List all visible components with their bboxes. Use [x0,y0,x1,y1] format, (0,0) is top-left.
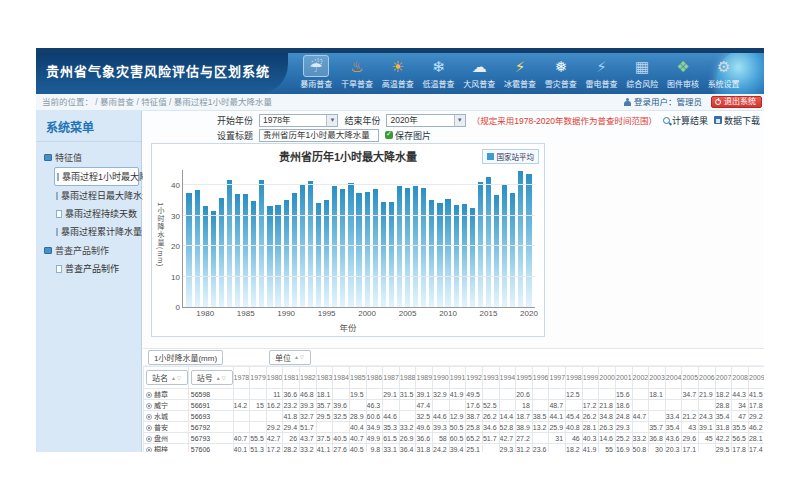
station-id-header-chip[interactable]: 站号▲▽ [191,370,233,385]
gridline [183,276,535,277]
nav-item-干旱普查[interactable]: ♨干旱普查 [337,55,378,93]
table-row-赫章[interactable]: 赫章565981136.646.818.119.529.131.539.132.… [144,389,765,400]
year-header-1990[interactable]: 1990 [433,367,450,389]
year-header-1994[interactable]: 1994 [499,367,516,389]
logout-label: 退出系统 [724,97,756,107]
save-image-button[interactable]: 保存图片 [385,129,431,142]
sidebar-group-普查产品制作[interactable]: 普查产品制作 [42,241,139,259]
table-row-威宁[interactable]: 威宁5669114.21516.223.239.335.739.646.347.… [144,400,765,411]
year-header-2003[interactable]: 2003 [649,367,666,389]
sidebar-item-暴雨过程累计降水量[interactable]: 暴雨过程累计降水量 [54,223,139,240]
value-cell-赫章-1979 [250,389,267,400]
year-header-1988[interactable]: 1988 [399,367,416,389]
station-name-cell[interactable]: 盘州 [144,433,189,444]
nav-item-冰雹普查[interactable]: ⚡冰雹普查 [500,55,541,93]
year-header-1982[interactable]: 1982 [300,367,317,389]
year-header-1981[interactable]: 1981 [283,367,300,389]
station-name-cell[interactable]: 威宁 [144,400,189,411]
unit-field-chip[interactable]: 单位 ▲▽ [269,350,311,365]
station-name-cell[interactable]: 赫章 [144,389,189,400]
breadcrumb-bar: 当前的位置： / 暴雨普查 / 特征值 / 暴雨过程1小时最大降水量 登录用户：… [36,94,764,111]
value-cell-桐梓-2002: 50.8 [632,444,649,453]
sidebar-group-特征值[interactable]: 特征值 [42,148,139,166]
nav-item-低温普查[interactable]: ❄低温普查 [418,55,459,93]
end-year-select[interactable]: 2020年 ▼ [386,114,465,127]
year-header-2005[interactable]: 2005 [682,367,699,389]
radio-icon[interactable] [146,425,152,431]
station-name-cell[interactable]: 桐梓 [144,444,189,453]
year-header-2001[interactable]: 2001 [615,367,632,389]
radio-icon[interactable] [146,414,152,420]
station-name-cell[interactable]: 普安 [144,422,189,433]
nav-item-综合风险[interactable]: ▦综合风险 [622,55,663,93]
value-cell-赫章-1992: 49.5 [466,389,483,400]
sort-filter-icon[interactable]: ▲▽ [171,375,182,381]
value-cell-赫章-1998: 12.5 [566,389,583,400]
bar-slot-2016 [493,170,501,307]
user-icon [624,98,631,106]
nav-item-雷电普查[interactable]: ⚡雷电普查 [581,55,622,93]
radio-icon[interactable] [146,392,152,398]
nav-item-图件审核[interactable]: ❖图件审核 [663,55,704,93]
value-cell-赫章-1981: 36.6 [283,389,300,400]
year-header-1991[interactable]: 1991 [449,367,466,389]
table-row-桐梓[interactable]: 桐梓5760640.151.317.228.233.241.127.640.59… [144,444,765,453]
chart-legend[interactable]: 国家站平均 [482,149,540,164]
table-row-盘州[interactable]: 盘州5679340.755.542.72643.737.540.540.749.… [144,433,765,444]
table-row-普安[interactable]: 普安5679229.229.451.740.434.935.333.249.63… [144,422,765,433]
nav-item-高温普查[interactable]: ☀高温普查 [377,55,418,93]
year-header-1992[interactable]: 1992 [466,367,483,389]
year-header-1997[interactable]: 1997 [549,367,566,389]
year-header-1995[interactable]: 1995 [516,367,533,389]
year-header-1993[interactable]: 1993 [482,367,499,389]
sort-filter-icon[interactable]: ▲▽ [294,354,305,360]
year-header-2008[interactable]: 2008 [732,367,749,389]
year-header-2004[interactable]: 2004 [665,367,682,389]
value-cell-水城-2003 [649,411,666,422]
calc-result-button[interactable]: 计算结果 [663,114,708,127]
year-header-1979[interactable]: 1979 [250,367,267,389]
year-header-1983[interactable]: 1983 [316,367,333,389]
year-header-1986[interactable]: 1986 [366,367,383,389]
value-cell-威宁-1999: 17.2 [582,400,599,411]
chart-title-input[interactable]: 贵州省历年1小时最大降水量 [259,129,379,142]
year-header-1999[interactable]: 1999 [582,367,599,389]
station-name-header-chip[interactable]: 站名▲▽ [146,370,188,385]
year-header-1978[interactable]: 1978 [233,367,250,389]
year-header-2007[interactable]: 2007 [715,367,732,389]
radio-icon[interactable] [146,436,152,442]
value-cell-桐梓-2006 [699,444,716,453]
value-cell-桐梓-1983: 41.1 [316,444,333,453]
year-header-2002[interactable]: 2002 [632,367,649,389]
year-header-1987[interactable]: 1987 [383,367,400,389]
sidebar-item-普查产品制作[interactable]: 普查产品制作 [54,260,139,277]
year-header-1989[interactable]: 1989 [416,367,433,389]
sidebar-item-暴雨过程日最大降水量[interactable]: 暴雨过程日最大降水量 [54,187,139,204]
nav-item-雪灾普查[interactable]: ❅雪灾普查 [540,55,581,93]
sidebar-item-暴雨过程1小时最大降水量[interactable]: 暴雨过程1小时最大降水量 [54,167,139,186]
year-header-2009[interactable]: 2009 [748,367,764,389]
year-header-1985[interactable]: 1985 [349,367,366,389]
year-header-1996[interactable]: 1996 [532,367,549,389]
radio-icon[interactable] [146,447,152,452]
nav-item-大风普查[interactable]: ☁大风普查 [459,55,500,93]
year-header-2000[interactable]: 2000 [599,367,616,389]
bar-2003 [389,202,394,307]
nav-item-暴雨普查[interactable]: ☔暴雨普查 [296,55,337,93]
data-download-button[interactable]: 数据下载 [714,114,760,127]
bar-2001 [373,189,378,307]
station-name-cell[interactable]: 水城 [144,411,189,422]
value-cell-盘州-1980: 42.7 [266,433,283,444]
year-header-1998[interactable]: 1998 [566,367,583,389]
nav-item-系统设置[interactable]: ⚙系统设置 [703,55,744,93]
sidebar-item-暴雨过程持续天数[interactable]: 暴雨过程持续天数 [54,205,139,222]
year-header-2006[interactable]: 2006 [699,367,716,389]
table-row-水城[interactable]: 水城5669341.832.729.532.528.960.644.632.54… [144,411,765,422]
year-header-1984[interactable]: 1984 [333,367,350,389]
value-field-chip[interactable]: 1小时降水量(mm) [148,350,223,365]
radio-icon[interactable] [146,403,152,409]
logout-button[interactable]: 退出系统 [711,96,762,108]
start-year-select[interactable]: 1978年 ▼ [259,114,338,127]
sort-filter-icon[interactable]: ▲▽ [216,375,227,381]
year-header-1980[interactable]: 1980 [266,367,283,389]
